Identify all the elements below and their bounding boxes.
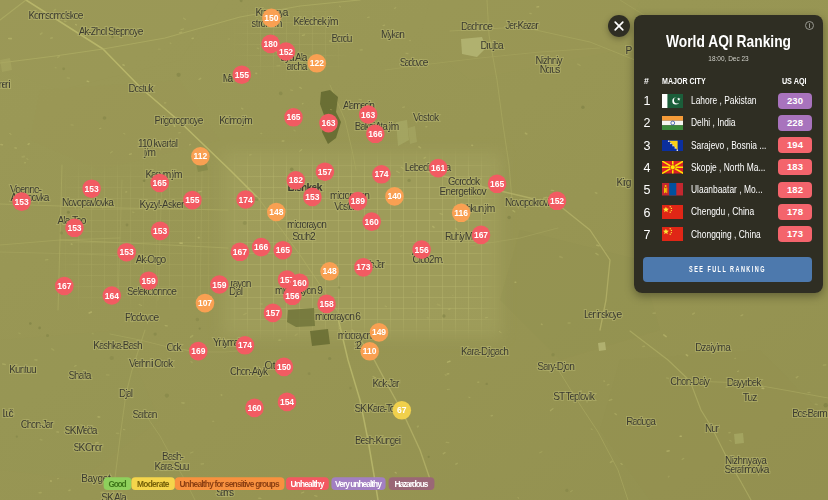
svg-text:Kara-Suu: Kara-Suu — [155, 461, 190, 472]
svg-text:157: 157 — [266, 308, 280, 318]
svg-text:Mykan: Mykan — [381, 29, 405, 40]
svg-text:Nur: Nur — [705, 423, 719, 434]
svg-text:Dachnoe: Dachnoe — [461, 21, 493, 32]
svg-text:Norus: Norus — [540, 64, 561, 75]
svg-text:174: 174 — [238, 340, 252, 350]
svg-text:Kolmo j/m: Kolmo j/m — [219, 115, 253, 126]
svg-text:153: 153 — [85, 184, 99, 194]
svg-text:160: 160 — [293, 278, 307, 288]
svg-text:j/m: j/m — [143, 147, 156, 158]
svg-text:166: 166 — [368, 129, 382, 139]
svg-text:Kashka-Bash: Kashka-Bash — [93, 340, 142, 351]
svg-text:155: 155 — [235, 70, 249, 80]
svg-text:microrayon: microrayon — [287, 219, 327, 230]
svg-text:Chon-Daly: Chon-Daly — [670, 376, 711, 387]
svg-text:Prigorognoye: Prigorognoye — [155, 115, 204, 126]
svg-text:165: 165 — [153, 178, 167, 188]
svg-text:Energetikov: Energetikov — [440, 186, 488, 197]
svg-text:116: 116 — [454, 208, 468, 218]
svg-text:Orok: Orok — [167, 342, 183, 353]
svg-text:Jer-Kazar: Jer-Kazar — [505, 20, 539, 31]
svg-text:Sadovoe: Sadovoe — [400, 57, 429, 68]
svg-text:Bordu: Bordu — [332, 33, 353, 44]
svg-text:160: 160 — [365, 217, 379, 227]
svg-text:112: 112 — [194, 151, 208, 161]
svg-text:159: 159 — [212, 280, 226, 290]
svg-text:Chon-Jar: Chon-Jar — [21, 419, 54, 430]
svg-text:167: 167 — [57, 281, 71, 291]
svg-text:153: 153 — [120, 247, 134, 257]
svg-text:Unhealthy: Unhealthy — [291, 479, 325, 489]
svg-text:Hazardous: Hazardous — [395, 479, 429, 489]
svg-text:Good: Good — [109, 479, 127, 489]
svg-text:ST Teplovik: ST Teplovik — [553, 391, 596, 402]
svg-text:155: 155 — [185, 195, 199, 205]
svg-text:Ak-Orgo: Ak-Orgo — [136, 254, 167, 265]
svg-text:160: 160 — [247, 403, 261, 413]
svg-text:152: 152 — [279, 47, 293, 57]
svg-text:153: 153 — [67, 223, 81, 233]
svg-text:Kirg: Kirg — [617, 177, 632, 188]
svg-text:SK Onor: SK Onor — [74, 442, 104, 453]
svg-text:Tuz: Tuz — [743, 392, 758, 403]
svg-text:167: 167 — [474, 230, 488, 240]
svg-text:163: 163 — [321, 118, 335, 128]
svg-text:Dayyrbek: Dayyrbek — [727, 377, 762, 388]
svg-text:Kuntuu: Kuntuu — [9, 364, 37, 375]
svg-text:169: 169 — [191, 346, 205, 356]
svg-text:Ort: Ort — [265, 360, 276, 371]
svg-text:152: 152 — [550, 196, 564, 206]
svg-text:Sary-Djon: Sary-Djon — [537, 361, 575, 372]
svg-text:Bos-Barm: Bos-Barm — [792, 408, 828, 419]
svg-text:174: 174 — [239, 195, 253, 205]
svg-text:156: 156 — [285, 291, 299, 301]
svg-text:Kok-Jar: Kok-Jar — [373, 378, 401, 389]
svg-text:Shalta: Shalta — [69, 370, 92, 381]
svg-text:Luč: Luč — [3, 408, 14, 419]
svg-text:165: 165 — [276, 245, 290, 255]
svg-text:Sarban: Sarban — [133, 409, 158, 420]
svg-text:154: 154 — [280, 397, 294, 407]
svg-text:122: 122 — [310, 58, 324, 68]
svg-text:165: 165 — [286, 112, 300, 122]
svg-text:164: 164 — [105, 291, 119, 301]
svg-text:SK Kara-To: SK Kara-To — [355, 403, 396, 414]
svg-text:Verhnii Orok: Verhnii Orok — [129, 358, 174, 369]
svg-text:158: 158 — [320, 299, 334, 309]
svg-text:Leninskoye: Leninskoye — [584, 309, 623, 320]
svg-text:Kyzyl-Asker: Kyzyl-Asker — [140, 199, 186, 210]
svg-text:150: 150 — [264, 13, 278, 23]
svg-text:157: 157 — [318, 167, 332, 177]
svg-text:163: 163 — [361, 110, 375, 120]
svg-text:174: 174 — [374, 169, 388, 179]
svg-text:165: 165 — [490, 179, 504, 189]
svg-text:Novopavlovka: Novopavlovka — [62, 197, 114, 208]
svg-text:110: 110 — [363, 346, 377, 356]
svg-text:Komsomolskoe: Komsomolskoe — [29, 10, 84, 21]
svg-text:107: 107 — [198, 298, 212, 308]
svg-text:Very unhealthy: Very unhealthy — [335, 479, 382, 489]
svg-text:153: 153 — [305, 192, 319, 202]
svg-text:140: 140 — [387, 191, 401, 201]
svg-text:150: 150 — [277, 362, 291, 372]
svg-text:180: 180 — [264, 39, 278, 49]
svg-text:173: 173 — [356, 262, 370, 272]
svg-text:Dostuk: Dostuk — [128, 83, 154, 94]
svg-text:South 2: South 2 — [292, 231, 316, 242]
svg-text:Vostok: Vostok — [413, 112, 440, 123]
svg-text:Besh-Kungei: Besh-Kungei — [355, 435, 401, 446]
svg-text:SK Mečta: SK Mečta — [65, 425, 98, 436]
svg-text:189: 189 — [351, 196, 365, 206]
svg-text:161: 161 — [431, 163, 445, 173]
svg-text:Plodovoe: Plodovoe — [125, 312, 160, 323]
svg-text:148: 148 — [323, 266, 337, 276]
svg-text:Dzaiylma: Dzaiylma — [695, 342, 731, 353]
svg-text:Kelechek j/m: Kelechek j/m — [294, 16, 339, 27]
svg-text:Drujba: Drujba — [480, 40, 504, 51]
svg-text:156: 156 — [415, 245, 429, 255]
svg-text:Moderate: Moderate — [137, 479, 170, 489]
svg-text:167: 167 — [233, 247, 247, 257]
svg-text:148: 148 — [269, 207, 283, 217]
svg-text:153: 153 — [153, 226, 167, 236]
svg-text:153: 153 — [15, 197, 29, 207]
